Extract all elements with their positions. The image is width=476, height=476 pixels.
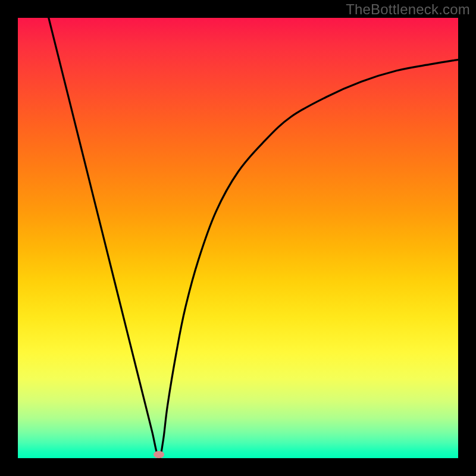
curve-svg: [18, 18, 458, 458]
watermark-text: TheBottleneck.com: [346, 1, 470, 18]
chart-frame: TheBottleneck.com: [0, 0, 476, 476]
optimum-marker: [154, 451, 164, 458]
plot-area: [18, 18, 458, 458]
curve-path: [49, 18, 458, 458]
